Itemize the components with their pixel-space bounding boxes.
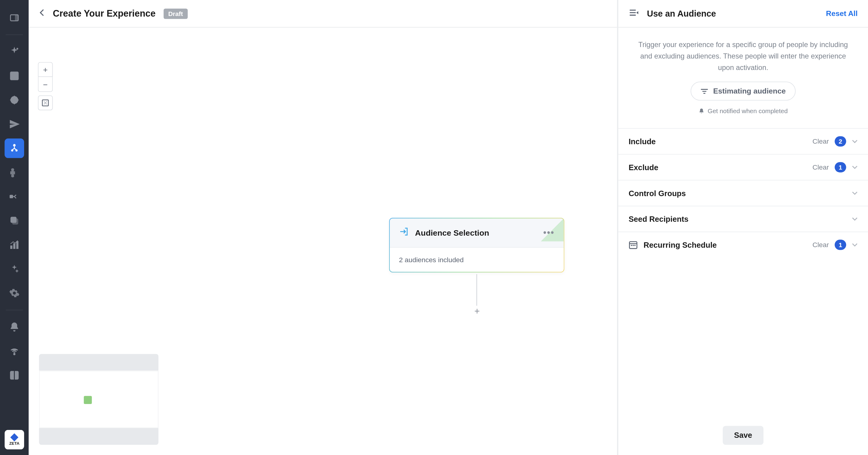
svg-point-2 <box>17 48 18 49</box>
node-menu-button[interactable]: ••• <box>543 227 555 238</box>
audience-enter-icon <box>399 226 409 239</box>
status-badge: Draft <box>164 8 187 19</box>
minimap[interactable] <box>39 354 158 445</box>
estimating-audience-pill[interactable]: Estimating audience <box>691 82 795 101</box>
nav-item-layout[interactable] <box>4 66 24 86</box>
section-control-groups[interactable]: Control Groups <box>618 180 868 206</box>
minimap-viewport <box>39 371 158 428</box>
minimap-bottom <box>39 428 158 445</box>
right-panel: Use an Audience Reset All Trigger your e… <box>618 0 868 455</box>
chevron-down-icon <box>852 214 858 224</box>
section-control-label: Control Groups <box>629 189 846 198</box>
nav-item-experiences[interactable] <box>4 139 24 158</box>
audience-selection-node[interactable]: Audience Selection ••• 2 audiences inclu… <box>389 218 564 273</box>
intro-text: Trigger your experience for a specific g… <box>636 39 851 74</box>
section-schedule-count: 1 <box>835 239 846 250</box>
section-exclude-label: Exclude <box>629 163 807 172</box>
chevron-down-icon <box>852 136 858 146</box>
save-button[interactable]: Save <box>723 426 764 445</box>
right-panel-title: Use an Audience <box>647 9 818 19</box>
notify-link[interactable]: Get notified when completed <box>699 107 788 114</box>
svg-rect-18 <box>10 246 12 249</box>
svg-point-21 <box>13 353 15 355</box>
svg-rect-20 <box>17 241 19 249</box>
section-include-label: Include <box>629 137 807 146</box>
chevron-down-icon <box>852 188 858 198</box>
svg-rect-19 <box>13 244 16 249</box>
nav-item-stack[interactable] <box>4 211 24 230</box>
section-include[interactable]: Include Clear 2 <box>618 128 868 154</box>
chevron-down-icon <box>852 162 858 172</box>
left-nav: ZETA <box>0 0 29 455</box>
nav-divider <box>6 34 23 35</box>
nav-item-analytics[interactable] <box>4 235 24 255</box>
filter-icon <box>701 87 709 94</box>
bell-icon <box>699 108 704 114</box>
nav-item-settings[interactable] <box>4 283 24 303</box>
nav-item-target[interactable] <box>4 90 24 110</box>
svg-point-7 <box>13 99 16 101</box>
canvas-header: Create Your Experience Draft <box>29 0 617 27</box>
reset-all-button[interactable]: Reset All <box>826 9 858 18</box>
svg-rect-1 <box>15 15 18 21</box>
svg-rect-32 <box>632 245 634 246</box>
nav-divider-2 <box>6 310 23 311</box>
right-panel-header: Use an Audience Reset All <box>618 0 868 27</box>
section-exclude[interactable]: Exclude Clear 1 <box>618 154 868 180</box>
zoom-controls: + − <box>38 62 53 110</box>
nav-item-puzzle[interactable] <box>4 163 24 182</box>
section-exclude-clear[interactable]: Clear <box>812 163 829 171</box>
svg-rect-3 <box>10 72 19 80</box>
canvas-body[interactable]: + − Audience Selection ••• 2 <box>29 27 617 455</box>
canvas-area: Create Your Experience Draft + − <box>29 0 618 455</box>
section-schedule-clear[interactable]: Clear <box>812 241 829 249</box>
section-include-clear[interactable]: Clear <box>812 137 829 145</box>
section-schedule-label: Recurring Schedule <box>644 240 807 249</box>
svg-point-13 <box>11 150 13 151</box>
calendar-icon <box>629 240 638 249</box>
svg-rect-15 <box>10 195 13 198</box>
nav-item-sparkle[interactable] <box>4 42 24 61</box>
nav-item-dashboard[interactable] <box>4 8 24 28</box>
notify-label: Get notified when completed <box>708 107 788 114</box>
node-connector <box>476 274 477 306</box>
page-title: Create Your Experience <box>53 8 156 19</box>
nav-item-notifications[interactable] <box>4 317 24 337</box>
nav-item-sparkle-2[interactable] <box>4 259 24 279</box>
section-seed-recipients[interactable]: Seed Recipients <box>618 206 868 232</box>
node-summary: 2 audiences included <box>390 247 564 272</box>
section-seed-label: Seed Recipients <box>629 215 846 223</box>
nav-item-wifi[interactable] <box>4 341 24 361</box>
section-recurring-schedule[interactable]: Recurring Schedule Clear 1 <box>618 232 868 258</box>
right-panel-footer: Save <box>618 416 868 455</box>
chevron-down-icon <box>852 239 858 250</box>
add-node-button[interactable]: + <box>471 306 483 317</box>
minimap-top <box>39 354 158 371</box>
back-button[interactable] <box>39 8 45 19</box>
nav-item-docs[interactable] <box>4 365 24 385</box>
zoom-in-button[interactable]: + <box>38 62 53 77</box>
zoom-out-button[interactable]: − <box>38 77 53 92</box>
minimap-node-indicator <box>84 396 92 404</box>
section-include-count: 2 <box>835 136 846 146</box>
svg-rect-31 <box>631 245 632 246</box>
right-panel-intro: Trigger your experience for a specific g… <box>618 27 868 128</box>
node-title: Audience Selection <box>415 228 537 237</box>
estimate-label: Estimating audience <box>713 87 786 96</box>
svg-point-14 <box>16 150 18 151</box>
zoom-fit-button[interactable] <box>38 95 53 110</box>
section-exclude-count: 1 <box>835 162 846 172</box>
brand-logo[interactable]: ZETA <box>4 430 24 450</box>
svg-rect-33 <box>634 245 636 246</box>
svg-rect-17 <box>13 219 18 224</box>
collapse-panel-button[interactable] <box>629 8 639 19</box>
brand-logo-text: ZETA <box>9 441 20 445</box>
nav-item-send[interactable] <box>4 114 24 134</box>
nav-item-flow[interactable] <box>4 187 24 206</box>
svg-point-12 <box>13 144 16 146</box>
